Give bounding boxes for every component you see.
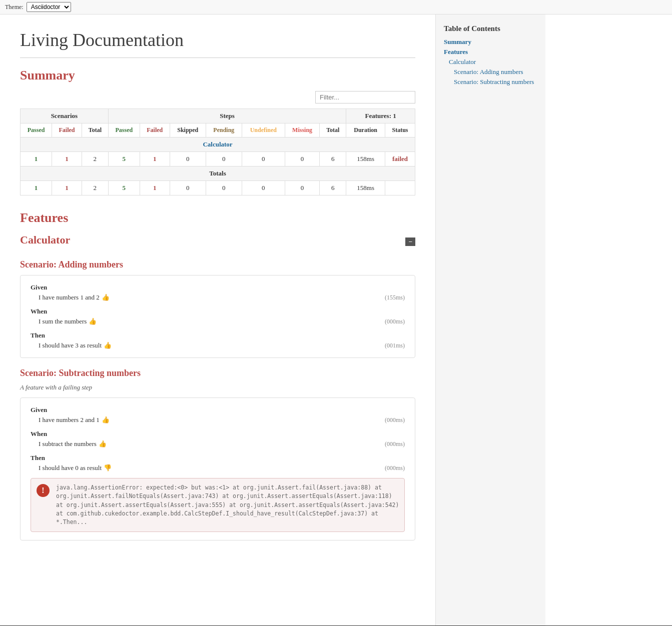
theme-select[interactable]: Asciidoctor xyxy=(27,2,71,12)
td-tot-status-empty xyxy=(385,181,415,196)
td-tot-st-total: 6 xyxy=(320,181,346,196)
step-duration: (155ms) xyxy=(385,294,405,302)
scenarios-group: Scenarios xyxy=(21,109,109,124)
th-st-undefined: Undefined xyxy=(242,124,285,138)
td-st-missing: 0 xyxy=(285,152,320,166)
th-status: Status xyxy=(385,124,415,138)
td-st-pending: 0 xyxy=(206,152,242,166)
main-content: Living Documentation Summary Scenarios S… xyxy=(0,14,435,626)
pass-icon: 👍 xyxy=(104,342,112,350)
features-group: Features: 1 xyxy=(346,109,415,124)
td-st-passed: 5 xyxy=(108,152,140,166)
page-title: Living Documentation xyxy=(20,30,415,58)
toc-item-calculator[interactable]: Calculator xyxy=(449,58,537,66)
th-duration: Duration xyxy=(346,124,385,138)
th-st-missing: Missing xyxy=(285,124,320,138)
calculator-section: Calculator − Scenario: Adding numbers Gi… xyxy=(20,234,415,540)
step-text: I should have 0 as result 👎 xyxy=(39,464,112,472)
step-text: I have numbers 1 and 2 👍 xyxy=(39,294,110,302)
toc-item-features[interactable]: Features xyxy=(444,48,537,56)
sidebar: Table of Contents Summary Features Calcu… xyxy=(435,14,545,626)
step-line: I sum the numbers 👍 (000ms) xyxy=(31,318,405,326)
layout: Living Documentation Summary Scenarios S… xyxy=(0,14,672,626)
td-status: failed xyxy=(385,152,415,166)
step-keyword-then1: Then xyxy=(31,332,405,340)
step-duration: (001ms) xyxy=(385,342,405,350)
step-keyword-then2: Then xyxy=(31,454,405,462)
td-tot-st-pending: 0 xyxy=(206,181,242,196)
fail-icon: 👎 xyxy=(104,464,112,472)
toc-heading: Table of Contents xyxy=(444,24,537,33)
col-header-row: Passed Failed Total Passed Failed Skippe… xyxy=(21,124,415,138)
step-desc: I sum the numbers xyxy=(39,318,87,326)
table-row: 1 1 2 5 1 0 0 0 0 6 158ms xyxy=(21,181,415,196)
step-duration: (000ms) xyxy=(385,416,405,424)
th-st-passed: Passed xyxy=(108,124,140,138)
step-text: I should have 3 as result 👍 xyxy=(39,342,112,350)
td-sc-total: 2 xyxy=(82,152,108,166)
step-line: I have numbers 2 and 1 👍 (000ms) xyxy=(31,416,405,424)
calculator-link-cell: Calculator xyxy=(21,138,415,152)
step-desc: I should have 0 as result xyxy=(39,464,102,472)
pass-icon: 👍 xyxy=(102,294,110,302)
step-duration: (000ms) xyxy=(385,318,405,326)
error-block: ! java.lang.AssertionError: expected:<0>… xyxy=(31,478,405,532)
scenario-subtracting-title: Scenario: Subtracting numbers xyxy=(20,368,415,378)
pass-icon: 👍 xyxy=(102,416,110,424)
scenario-description: A feature with a failing step xyxy=(20,384,415,392)
td-tot-st-undefined: 0 xyxy=(242,181,285,196)
table-row: Totals xyxy=(21,166,415,181)
step-duration: (000ms) xyxy=(385,464,405,472)
th-st-total: Total xyxy=(320,124,346,138)
feature-header: Calculator − xyxy=(20,234,415,250)
collapse-button[interactable]: − xyxy=(405,238,415,246)
totals-label-cell: Totals xyxy=(21,166,415,181)
td-st-undefined: 0 xyxy=(242,152,285,166)
col-group-row: Scenarios Steps Features: 1 xyxy=(21,109,415,124)
td-st-total: 6 xyxy=(320,152,346,166)
step-desc: I should have 3 as result xyxy=(39,342,102,350)
step-line: I should have 3 as result 👍 (001ms) xyxy=(31,342,405,350)
toc-item-summary[interactable]: Summary xyxy=(444,38,537,46)
table-row: 1 1 2 5 1 0 0 0 0 6 158ms failed xyxy=(21,152,415,166)
scenario-adding-title: Scenario: Adding numbers xyxy=(20,260,415,270)
pass-icon: 👍 xyxy=(89,318,97,326)
step-desc: I subtract the numbers xyxy=(39,440,97,448)
td-tot-sc-total: 2 xyxy=(82,181,108,196)
filter-input[interactable] xyxy=(315,91,415,104)
error-icon: ! xyxy=(36,484,50,498)
error-message: java.lang.AssertionError: expected:<0> b… xyxy=(56,484,399,526)
td-tot-st-failed: 1 xyxy=(140,181,170,196)
td-tot-st-passed: 5 xyxy=(108,181,140,196)
summary-heading: Summary xyxy=(20,68,415,83)
th-st-failed: Failed xyxy=(140,124,170,138)
totals-label: Totals xyxy=(209,170,226,177)
td-sc-passed: 1 xyxy=(21,152,52,166)
theme-label: Theme: xyxy=(5,4,24,11)
step-keyword-when1: When xyxy=(31,308,405,316)
toc-item-subtracting[interactable]: Scenario: Subtracting numbers xyxy=(454,78,537,86)
top-bar: Theme: Asciidoctor xyxy=(0,0,672,14)
td-tot-duration: 158ms xyxy=(346,181,385,196)
features-heading: Features xyxy=(20,210,415,226)
step-desc: I have numbers 1 and 2 xyxy=(39,294,100,302)
steps-group: Steps xyxy=(108,109,346,124)
table-row: Calculator xyxy=(21,138,415,152)
scenario-adding-steps: Given I have numbers 1 and 2 👍 (155ms) W… xyxy=(20,275,415,358)
step-line: I subtract the numbers 👍 (000ms) xyxy=(31,440,405,448)
td-st-failed: 1 xyxy=(140,152,170,166)
th-st-pending: Pending xyxy=(206,124,242,138)
step-keyword-given1: Given xyxy=(31,284,405,292)
th-sc-total: Total xyxy=(82,124,108,138)
step-duration: (000ms) xyxy=(385,440,405,448)
scenario-subtracting-steps: Given I have numbers 2 and 1 👍 (000ms) W… xyxy=(20,398,415,540)
td-tot-st-missing: 0 xyxy=(285,181,320,196)
td-tot-sc-passed: 1 xyxy=(21,181,52,196)
th-st-skipped: Skipped xyxy=(170,124,206,138)
toc-item-adding[interactable]: Scenario: Adding numbers xyxy=(454,68,537,76)
filter-bar xyxy=(20,91,415,104)
calculator-link[interactable]: Calculator xyxy=(203,140,232,148)
step-desc: I have numbers 2 and 1 xyxy=(39,416,100,424)
th-sc-failed: Failed xyxy=(52,124,82,138)
th-sc-passed: Passed xyxy=(21,124,52,138)
